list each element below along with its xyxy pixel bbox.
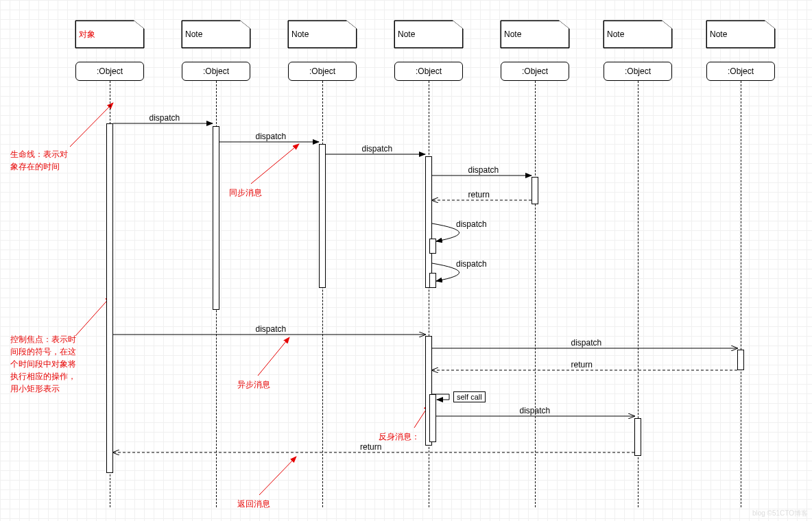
self-call-label: self call [453, 391, 486, 402]
activation-bar [213, 126, 219, 310]
annotation: 反身消息： [379, 431, 420, 443]
activation-bar [737, 350, 744, 370]
annotation: 异步消息 [237, 378, 270, 391]
activation-bar [429, 273, 436, 288]
message-label: return [360, 442, 381, 452]
note-box: Note [501, 21, 569, 48]
message-label: dispatch [468, 165, 499, 175]
message-label: dispatch [256, 132, 287, 141]
message-label: dispatch [456, 259, 487, 269]
message-label: return [571, 360, 593, 369]
svg-line-15 [259, 457, 296, 495]
message-label: dispatch [520, 406, 551, 415]
message-label: dispatch [150, 113, 180, 123]
note-box: Note [182, 21, 250, 48]
activation-bar [532, 177, 538, 204]
annotation: 同步消息 [229, 186, 262, 199]
note-box: Note [394, 21, 463, 48]
object-box: :Object [706, 62, 775, 81]
message-label: return [468, 190, 490, 199]
annotation: 控制焦点：表示时间段的符号，在这个时间段中对象将执行相应的操作，用小矩形表示 [10, 333, 76, 395]
object-box: :Object [288, 62, 357, 81]
object-box: :Object [604, 62, 672, 81]
lifeline [741, 81, 741, 507]
activation-bar [106, 123, 113, 473]
note-box: Note [706, 21, 775, 48]
note-box: 对象 [75, 21, 144, 48]
object-box: :Object [501, 62, 569, 81]
watermark: blog ©51CTO博客 [752, 509, 808, 518]
activation-bar [429, 239, 436, 254]
activation-bar [429, 394, 436, 442]
note-box: Note [288, 21, 357, 48]
svg-line-11 [251, 144, 299, 184]
activation-bar [425, 156, 432, 288]
message-label: dispatch [456, 219, 487, 229]
activation-bar [634, 418, 641, 456]
lifeline [535, 81, 536, 507]
message-label: dispatch [256, 324, 287, 334]
annotation: 生命线：表示对象存在的时间 [10, 148, 68, 173]
annotation: 返回消息 [237, 498, 270, 510]
object-box: :Object [394, 62, 463, 81]
svg-line-13 [258, 337, 289, 376]
message-label: dispatch [571, 338, 602, 348]
note-box: Note [604, 21, 672, 48]
message-label: dispatch [362, 144, 393, 154]
object-box: :Object [182, 62, 250, 81]
object-box: :Object [75, 62, 144, 81]
activation-bar [319, 144, 326, 288]
